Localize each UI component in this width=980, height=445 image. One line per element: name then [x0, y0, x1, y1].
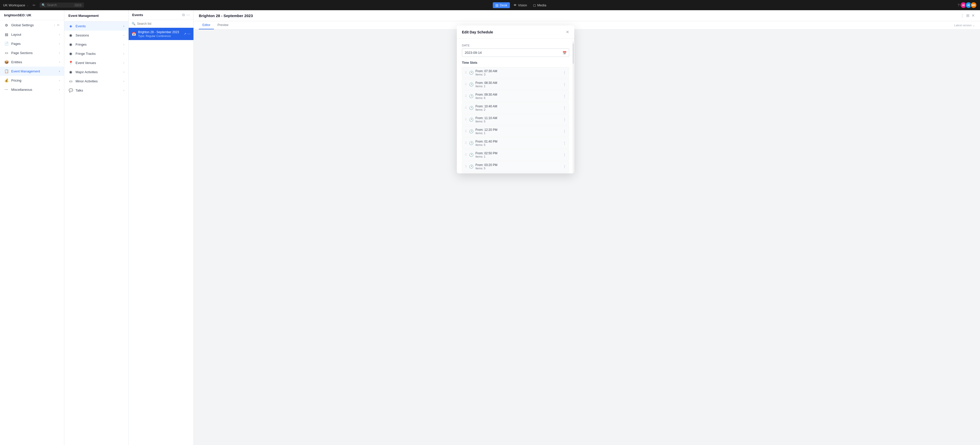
time-slot-items-count: Items: 3 [476, 73, 561, 76]
workspace-name[interactable]: UK Workspace ⌄ [3, 3, 29, 7]
time-slot-menu-button[interactable]: ⋮ [563, 71, 566, 75]
drag-handle-icon[interactable]: ⠿ [465, 106, 467, 110]
time-slot-item[interactable]: ⠿ 🕐 From: 03:20 PM Items: 5 ⋮ [462, 161, 569, 172]
time-slot-from: From: 08:30 AM [476, 81, 561, 85]
time-slot-item[interactable]: ⠿ 🕐 From: 11:10 AM Items: 5 ⋮ [462, 114, 569, 125]
vision-icon: 👁 [514, 3, 517, 7]
time-slot-items-count: Items: 2 [476, 108, 561, 111]
time-slot-item[interactable]: ⠿ 🕐 From: 02:50 PM Items: 1 ⋮ [462, 149, 569, 160]
clock-icon: 🕐 [469, 71, 473, 75]
drag-handle-icon[interactable]: ⠿ [465, 82, 467, 86]
modal-header: Edit Day Schedule ✕ [457, 25, 574, 39]
modal-overlay: Edit Day Schedule ✕ Date 📅 Time Slots [194, 10, 980, 445]
drag-handle-icon[interactable]: ⠿ [465, 118, 467, 121]
drag-handle-icon[interactable]: ⠿ [465, 141, 467, 145]
time-slot-items-count: Items: 1 [476, 131, 561, 135]
drag-handle-icon[interactable]: ⠿ [465, 130, 467, 133]
topbar-right: ? AI AI MK [958, 2, 977, 8]
main-content: Brighton 28 - September 2023 ⋮ ⊞ ✕ Edito… [194, 10, 980, 445]
time-slot-items-count: Items: 5 [476, 143, 561, 146]
time-slot-items-count: Items: 1 [476, 155, 561, 158]
calendar-icon[interactable]: 📅 [563, 51, 566, 55]
time-slot-items-count: Items: 5 [476, 167, 561, 170]
desk-icon: ▤ [495, 3, 498, 7]
time-slot-item[interactable]: ⠿ 🕐 From: 01:40 PM Items: 5 ⋮ [462, 138, 569, 149]
time-slot-from: From: 09:30 AM [476, 93, 561, 97]
topbar-nav: ▤ Desk 👁 Vision ◻ Media [493, 2, 549, 8]
topbar: UK Workspace ⌄ ✏ 🔍 Ctrl K ▤ Desk 👁 Visio… [0, 0, 980, 10]
clock-icon: 🕐 [469, 141, 473, 145]
time-slot-item[interactable]: ⠿ 🕐 From: 08:30 AM Items: 1 ⋮ [462, 79, 569, 90]
time-slot-menu-button[interactable]: ⋮ [563, 165, 566, 169]
time-slot-from: From: 07:30 AM [476, 70, 561, 73]
avatar-group: AI AI MK [962, 2, 977, 8]
time-slot-list: ⠿ 🕐 From: 07:30 AM Items: 3 ⋮ ⠿ 🕐 From: … [462, 67, 569, 173]
media-icon: ◻ [533, 3, 536, 7]
edit-icon[interactable]: ✏ [33, 3, 35, 7]
time-slots-group: Time Slots ⠿ 🕐 From: 07:30 AM Items: 3 ⋮… [462, 61, 569, 173]
search-input[interactable] [47, 3, 73, 7]
workspace-chevron-icon: ⌄ [27, 4, 29, 6]
search-bar[interactable]: 🔍 Ctrl K [40, 3, 84, 8]
date-input[interactable] [462, 49, 569, 57]
time-slot-menu-button[interactable]: ⋮ [563, 141, 566, 145]
time-slot-from: From: 11:10 AM [476, 116, 561, 120]
scrollbar-thumb [573, 43, 574, 64]
time-slots-label: Time Slots [462, 61, 569, 65]
modal-close-button[interactable]: ✕ [566, 30, 569, 35]
time-slot-menu-button[interactable]: ⋮ [563, 106, 566, 110]
help-icon[interactable]: ? [958, 3, 959, 7]
time-slot-items-count: Items: 6 [476, 97, 561, 100]
clock-icon: 🕐 [469, 129, 473, 133]
time-slot-from: From: 01:40 PM [476, 140, 561, 143]
time-slot-item[interactable]: ⠿ 🕐 From: 07:30 AM Items: 3 ⋮ [462, 67, 569, 78]
time-slot-menu-button[interactable]: ⋮ [563, 94, 566, 98]
time-slot-item[interactable]: ⠿ 🕐 From: 10:40 AM Items: 2 ⋮ [462, 102, 569, 114]
time-slot-items-count: Items: 5 [476, 120, 561, 123]
drag-handle-icon[interactable]: ⠿ [465, 71, 467, 74]
time-slot-item[interactable]: ⠿ 🕐 From: 09:30 AM Items: 6 ⋮ [462, 90, 569, 102]
date-input-wrapper: 📅 [462, 49, 569, 57]
clock-icon: 🕐 [469, 117, 473, 122]
modal-title: Edit Day Schedule [462, 30, 493, 34]
scrollbar[interactable] [573, 41, 574, 173]
edit-day-schedule-modal: Edit Day Schedule ✕ Date 📅 Time Slots [457, 25, 574, 173]
keyboard-shortcut: Ctrl K [74, 3, 82, 7]
time-slot-menu-button[interactable]: ⋮ [563, 82, 566, 86]
time-slot-item[interactable]: ⠿ 🕐 From: 12:20 PM Items: 1 ⋮ [462, 126, 569, 137]
time-slot-from: From: 02:50 PM [476, 152, 561, 155]
time-slot-menu-button[interactable]: ⋮ [563, 153, 566, 157]
clock-icon: 🕐 [469, 106, 473, 110]
desk-nav-button[interactable]: ▤ Desk [493, 2, 510, 8]
vision-nav-button[interactable]: 👁 Vision [511, 2, 530, 8]
search-icon: 🔍 [41, 3, 45, 7]
time-slot-items-count: Items: 1 [476, 85, 561, 88]
time-slot-menu-button[interactable]: ⋮ [563, 117, 566, 122]
clock-icon: 🕐 [469, 165, 473, 169]
main-layout: brightonSEO: UK ⚙ Global Settings ↑ ✏ ▤ … [0, 10, 980, 445]
drag-handle-icon[interactable]: ⠿ [465, 165, 467, 168]
date-label: Date [462, 44, 569, 47]
modal-body: Date 📅 Time Slots ⠿ 🕐 From: 07:30 AM Ite… [457, 39, 574, 173]
drag-handle-icon[interactable]: ⠿ [465, 94, 467, 98]
clock-icon: 🕐 [469, 94, 473, 98]
avatar-3: MK [970, 2, 977, 8]
drag-handle-icon[interactable]: ⠿ [465, 153, 467, 157]
time-slot-from: From: 12:20 PM [476, 128, 561, 131]
time-slot-item[interactable]: ⠿ 🕐 From: 04:30 PM Items: 1 ⋮ [462, 173, 569, 173]
date-form-group: Date 📅 [462, 44, 569, 57]
media-nav-button[interactable]: ◻ Media [531, 2, 549, 8]
clock-icon: 🕐 [469, 153, 473, 157]
time-slot-menu-button[interactable]: ⋮ [563, 129, 566, 133]
clock-icon: 🕐 [469, 82, 473, 86]
time-slot-from: From: 03:20 PM [476, 163, 561, 167]
time-slot-from: From: 10:40 AM [476, 105, 561, 108]
